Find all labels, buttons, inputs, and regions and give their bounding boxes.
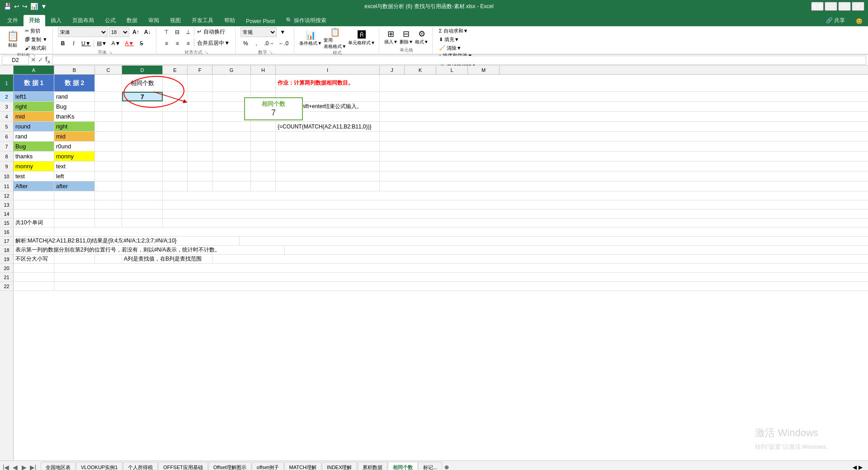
cell-a10[interactable]: test [14, 171, 54, 181]
redo-icon[interactable]: ↪ [22, 3, 28, 10]
cell-e5[interactable] [163, 122, 188, 131]
paste-button[interactable]: 📋 粘贴 [4, 30, 22, 48]
col-header-m[interactable]: M [468, 66, 500, 74]
tab-formula[interactable]: 公式 [99, 15, 121, 26]
cell-f10[interactable] [188, 171, 212, 181]
border-button[interactable]: ▤▼ [95, 38, 109, 48]
cell-d13[interactable] [122, 200, 163, 209]
align-top-button[interactable]: ⊤ [161, 27, 171, 37]
cell-a15[interactable]: 共10个单词 [14, 218, 54, 227]
cell-b6[interactable]: mid [54, 132, 95, 141]
tab-review[interactable]: 审阅 [143, 15, 165, 26]
dropdown-arrow-icon[interactable]: ▼ [41, 3, 47, 10]
row-num-22[interactable]: 22 [0, 282, 13, 291]
col-header-c[interactable]: C [95, 66, 122, 74]
cell-a4[interactable]: mid [14, 112, 54, 121]
cell-b2[interactable]: rand [54, 92, 95, 101]
cell-c14[interactable] [95, 209, 122, 218]
cell-a7[interactable]: Bug [14, 142, 54, 151]
cell-h1[interactable] [251, 75, 276, 91]
cell-e3[interactable] [163, 102, 188, 111]
cell-b14[interactable] [54, 209, 95, 218]
cell-e10[interactable] [163, 171, 188, 181]
col-header-j[interactable]: J [380, 66, 405, 74]
cell-a11[interactable]: After [14, 181, 54, 191]
cell-a3[interactable]: right [14, 102, 54, 111]
table-style-button[interactable]: 📋套用表格格式▼ [324, 27, 346, 50]
cell-c8[interactable] [95, 152, 122, 161]
increase-decimal-button[interactable]: .0→ [262, 38, 276, 48]
delete-button[interactable]: ⊟删除▼ [400, 29, 413, 45]
cell-d15[interactable] [122, 218, 163, 227]
cell-f9[interactable] [188, 161, 212, 171]
format-button[interactable]: ⚙格式▼ [415, 29, 429, 45]
cell-c1[interactable] [95, 75, 122, 91]
align-middle-button[interactable]: ⊟ [172, 27, 182, 37]
cell-h7[interactable] [251, 142, 276, 151]
font-size-select[interactable]: 18 [109, 27, 129, 37]
cell-c6[interactable] [95, 132, 122, 141]
row-num-7[interactable]: 7 [0, 142, 13, 152]
sheet-tab-6[interactable]: offset例子 [252, 462, 284, 470]
cell-a8[interactable]: thanks [14, 152, 54, 161]
row-num-11[interactable]: 11 [0, 181, 13, 191]
tab-next-button[interactable]: ▶ [20, 463, 28, 470]
cell-c3[interactable] [95, 102, 122, 111]
tab-developer[interactable]: 开发工具 [186, 15, 219, 26]
tab-last-button[interactable]: ▶| [29, 463, 37, 470]
underline-button[interactable]: U▼ [80, 38, 93, 48]
cell-f2[interactable] [188, 92, 212, 101]
row-num-15[interactable]: 15 [0, 218, 13, 228]
cell-a14[interactable] [14, 209, 54, 218]
tab-prev-button[interactable]: ◀ [11, 463, 19, 470]
sheet-tab-3[interactable]: 个人所得税 [123, 462, 158, 470]
cell-i6[interactable] [276, 132, 380, 141]
col-header-k[interactable]: K [405, 66, 436, 74]
cell-d12[interactable] [122, 191, 163, 200]
share-button[interactable]: 🔗 共享 [821, 15, 850, 26]
copy-button[interactable]: 🗐 复制 ▼ [24, 36, 49, 43]
decrease-decimal-button[interactable]: ←.0 [277, 38, 290, 48]
cell-style-button[interactable]: 🅰单元格样式▼ [348, 30, 375, 46]
cell-d14[interactable] [122, 209, 163, 218]
cell-b7[interactable]: r0und [54, 142, 95, 151]
cell-a5[interactable]: round [14, 122, 54, 131]
col-header-f[interactable]: F [188, 66, 212, 74]
cell-f8[interactable] [188, 152, 212, 161]
cell-e7[interactable] [163, 142, 188, 151]
cell-c2[interactable] [95, 92, 122, 101]
cell-c15[interactable] [95, 218, 122, 227]
cell-d2[interactable]: 7 [122, 92, 163, 101]
minimize-button[interactable]: ─ [825, 2, 837, 11]
tab-first-button[interactable]: |◀ [2, 463, 10, 470]
row-num-20[interactable]: 20 [0, 264, 13, 273]
sheet-tab-1[interactable]: 全国地区表 [41, 462, 75, 470]
cell-h11[interactable] [251, 181, 276, 191]
cell-d8[interactable] [122, 152, 163, 161]
wrap-text-button[interactable]: ↵ 自动换行 [195, 27, 226, 37]
cell-a19[interactable]: 不区分大小写 [14, 255, 54, 263]
tab-data[interactable]: 数据 [121, 15, 143, 26]
close-button[interactable]: ✕ [852, 2, 864, 11]
row-num-6[interactable]: 6 [0, 132, 13, 142]
cell-b13[interactable] [54, 200, 95, 209]
formula-input[interactable]: {=COUNT(MATCH(A2:A11,B2:B11,0))} [52, 56, 866, 65]
cell-d5[interactable] [122, 122, 163, 131]
cell-a13[interactable] [14, 200, 54, 209]
col-header-d[interactable]: D [122, 66, 163, 74]
add-sheet-button[interactable]: ⊕ [443, 464, 451, 470]
tab-power-pivot[interactable]: Power Pivot [241, 16, 280, 26]
formula-insert-icon[interactable]: fx [45, 56, 50, 64]
cell-c5[interactable] [95, 122, 122, 131]
cell-g6[interactable] [212, 132, 251, 141]
cell-i8[interactable] [276, 152, 380, 161]
sheet-tab-8[interactable]: INDEX理解 [322, 462, 357, 470]
row-num-8[interactable]: 8 [0, 152, 13, 161]
cell-g5[interactable] [212, 122, 251, 131]
row-num-18[interactable]: 18 [0, 246, 13, 255]
cell-h10[interactable] [251, 171, 276, 181]
cell-a6[interactable]: rand [14, 132, 54, 141]
cell-e1[interactable] [163, 75, 188, 91]
cell-d6[interactable] [122, 132, 163, 141]
clear-button[interactable]: 🧹 清除▼ [438, 44, 478, 52]
